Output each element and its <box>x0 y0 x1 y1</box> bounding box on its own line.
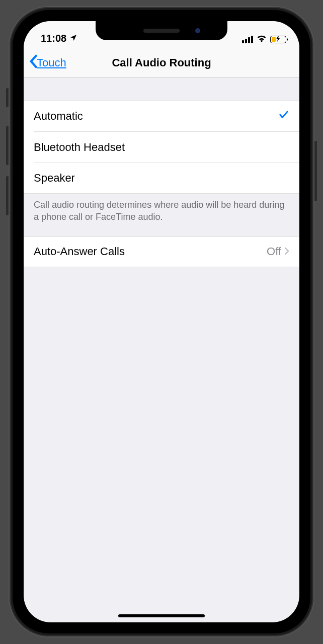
volume-up-button[interactable] <box>6 126 10 165</box>
option-label: Bluetooth Headset <box>34 141 125 154</box>
routing-option-bluetooth[interactable]: Bluetooth Headset <box>24 132 299 163</box>
charging-bolt-icon <box>276 36 280 43</box>
auto-answer-calls-row[interactable]: Auto-Answer Calls Off <box>24 236 299 267</box>
home-indicator[interactable] <box>118 614 205 617</box>
volume-down-button[interactable] <box>6 176 10 215</box>
device-frame: 11:08 <box>10 7 313 636</box>
status-time: 11:08 <box>41 33 66 44</box>
row-label: Auto-Answer Calls <box>34 245 125 258</box>
location-arrow-icon <box>69 33 77 44</box>
wifi-icon <box>257 35 267 44</box>
checkmark-icon <box>278 109 289 123</box>
battery-icon <box>270 36 286 43</box>
power-button[interactable] <box>313 141 317 201</box>
row-value: Off <box>267 245 281 258</box>
chevron-right-icon <box>284 245 289 258</box>
nav-bar: Touch Call Audio Routing <box>24 48 299 77</box>
back-button[interactable]: Touch <box>29 54 66 71</box>
silence-switch[interactable] <box>6 88 10 107</box>
content: Automatic Bluetooth Headset Speaker Call… <box>24 77 299 267</box>
routing-footer: Call audio routing determines where audi… <box>24 194 299 236</box>
cellular-signal-icon <box>242 36 253 43</box>
routing-option-automatic[interactable]: Automatic <box>24 101 299 131</box>
front-camera <box>195 28 200 33</box>
back-label: Touch <box>37 56 66 69</box>
screen: 11:08 <box>24 21 299 622</box>
earpiece <box>143 29 180 33</box>
option-label: Automatic <box>34 110 83 123</box>
notch <box>96 21 227 40</box>
routing-option-speaker[interactable]: Speaker <box>24 163 299 194</box>
option-label: Speaker <box>34 172 75 185</box>
